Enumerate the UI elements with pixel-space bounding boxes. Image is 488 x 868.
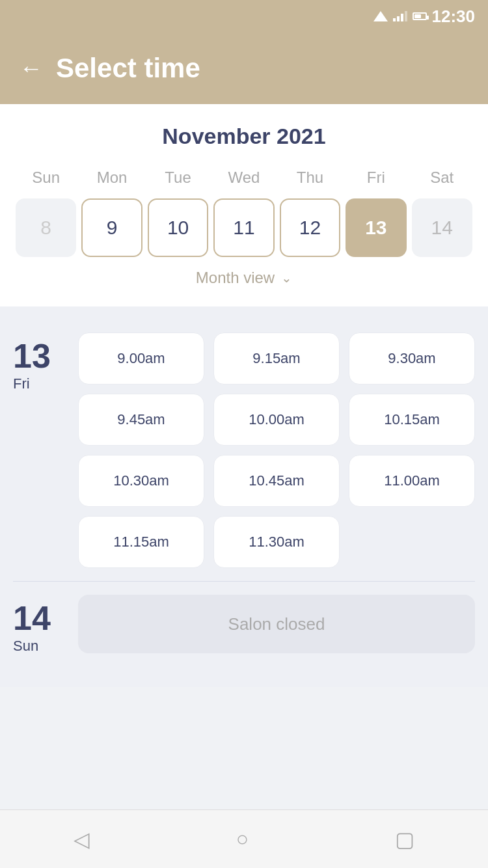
- weekday-mon: Mon: [79, 165, 144, 191]
- calendar-section: November 2021 Sun Mon Tue Wed Thu Fri Sa…: [0, 104, 488, 306]
- time-slot-1015am[interactable]: 10.15am: [349, 394, 475, 446]
- home-nav-icon[interactable]: ○: [236, 827, 249, 851]
- status-bar: 12:30: [0, 0, 488, 33]
- day-11[interactable]: 11: [213, 198, 274, 257]
- time-slot-945am[interactable]: 9.45am: [78, 394, 204, 446]
- time-slot-1115am[interactable]: 11.15am: [78, 516, 204, 568]
- page-title: Select time: [56, 53, 200, 84]
- day-number-13: 13: [13, 339, 51, 373]
- day-10[interactable]: 10: [148, 198, 208, 257]
- bottom-nav: ◁ ○ ▢: [0, 809, 488, 868]
- day-8[interactable]: 8: [16, 198, 76, 257]
- day-label-13: 13 Fri: [13, 332, 65, 568]
- day-name-14: Sun: [13, 638, 38, 655]
- time-slot-1130am[interactable]: 11.30am: [213, 516, 340, 568]
- time-section: 13 Fri 9.00am 9.15am 9.30am 9.45am 10.00…: [0, 306, 488, 687]
- weekday-fri: Fri: [343, 165, 409, 191]
- signal-icon: [393, 11, 407, 21]
- salon-closed-wrapper: Salon closed: [78, 595, 475, 655]
- weekday-row: Sun Mon Tue Wed Thu Fri Sat: [13, 165, 475, 191]
- time-slot-1030am[interactable]: 10.30am: [78, 455, 204, 507]
- time-slot-900am[interactable]: 9.00am: [78, 332, 204, 385]
- status-icons: 12:30: [373, 7, 476, 27]
- battery-icon: [413, 12, 427, 20]
- day-block-14: 14 Sun Salon closed: [13, 581, 475, 668]
- days-row: 8 9 10 11 12 13 14: [13, 198, 475, 257]
- time-slot-930am[interactable]: 9.30am: [349, 332, 475, 385]
- header: ← Select time: [0, 33, 488, 104]
- day-13[interactable]: 13: [346, 198, 406, 257]
- recent-nav-icon[interactable]: ▢: [395, 827, 414, 852]
- month-view-label: Month view: [196, 269, 275, 287]
- time-slot-1000am[interactable]: 10.00am: [213, 394, 340, 446]
- weekday-sat: Sat: [409, 165, 475, 191]
- day-label-14: 14 Sun: [13, 595, 65, 655]
- status-time: 12:30: [432, 7, 476, 27]
- time-slot-1045am[interactable]: 10.45am: [213, 455, 340, 507]
- day-12[interactable]: 12: [280, 198, 340, 257]
- weekday-tue: Tue: [145, 165, 211, 191]
- time-slots-13: 9.00am 9.15am 9.30am 9.45am 10.00am 10.1…: [78, 332, 475, 568]
- back-button[interactable]: ←: [20, 57, 43, 80]
- day-block-13: 13 Fri 9.00am 9.15am 9.30am 9.45am 10.00…: [13, 319, 475, 581]
- day-14: 14: [412, 198, 472, 257]
- day-9[interactable]: 9: [81, 198, 142, 257]
- time-slot-1100am[interactable]: 11.00am: [349, 455, 475, 507]
- wifi-icon: [373, 11, 388, 21]
- day-number-14: 14: [13, 601, 51, 635]
- month-view-toggle[interactable]: Month view ⌄: [13, 257, 475, 293]
- day-name-13: Fri: [13, 375, 30, 392]
- weekday-thu: Thu: [277, 165, 343, 191]
- weekday-sun: Sun: [13, 165, 79, 191]
- month-title: November 2021: [13, 124, 475, 149]
- back-nav-icon[interactable]: ◁: [74, 827, 90, 852]
- salon-closed-label: Salon closed: [78, 595, 475, 653]
- chevron-down-icon: ⌄: [281, 270, 292, 286]
- weekday-wed: Wed: [211, 165, 277, 191]
- time-slot-915am[interactable]: 9.15am: [213, 332, 340, 385]
